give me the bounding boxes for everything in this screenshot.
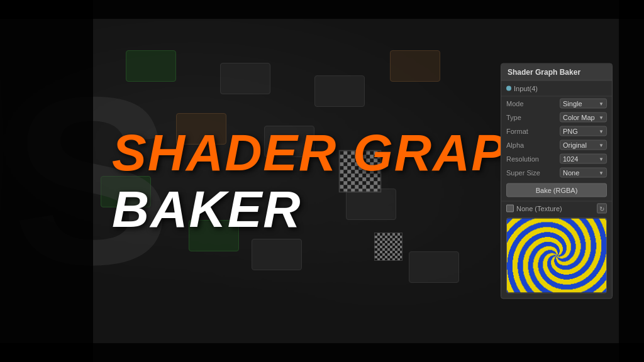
top-letterbox [0,0,644,19]
texture-preview [506,218,607,293]
mode-value: Single [563,100,582,107]
texture-icon [506,205,514,212]
texture-row: None (Texture) ↻ [501,201,612,216]
supersize-label: Super Size [506,169,541,177]
supersize-value: None [563,169,579,177]
right-letterbox [619,0,644,362]
type-row: Type Color Map ▼ [501,111,612,124]
input-label: Input(4) [514,85,538,92]
alpha-value: Original [563,141,587,149]
format-label: Format [506,128,541,135]
supersize-dropdown[interactable]: None ▼ [560,168,607,178]
input-dot [506,86,511,91]
resolution-dropdown-arrow: ▼ [599,156,604,162]
shader-graph-baker-panel: Shader Graph Baker Input(4) Mode Single … [501,63,613,299]
format-dropdown-arrow: ▼ [599,128,604,134]
resolution-row: Resolution 1024 ▼ [501,152,612,166]
resolution-value: 1024 [563,155,578,163]
mode-dropdown[interactable]: Single ▼ [560,99,607,109]
texture-label: None (Texture) [516,205,562,212]
swirl-canvas [507,219,606,293]
panel-title: Shader Graph Baker [508,68,580,77]
bake-button[interactable]: Bake (RGBA) [506,184,607,197]
resolution-dropdown[interactable]: 1024 ▼ [560,154,607,164]
panel-input-section: Input(4) [501,81,612,97]
type-dropdown-arrow: ▼ [599,114,604,120]
mode-dropdown-arrow: ▼ [599,101,604,106]
bottom-letterbox [0,343,644,362]
alpha-dropdown[interactable]: Original ▼ [560,140,607,150]
texture-reload-button[interactable]: ↻ [597,204,607,214]
type-value: Color Map [563,114,595,121]
alpha-row: Alpha Original ▼ [501,138,612,152]
alpha-dropdown-arrow: ▼ [599,142,604,148]
type-label: Type [506,114,541,121]
format-row: Format PNG ▼ [501,124,612,138]
left-letterbox [0,0,93,362]
supersize-row: Super Size None ▼ [501,166,612,180]
resolution-label: Resolution [506,155,541,163]
supersize-dropdown-arrow: ▼ [599,170,604,175]
texture-label-group: None (Texture) [506,205,562,212]
format-value: PNG [563,128,578,135]
type-dropdown[interactable]: Color Map ▼ [560,112,607,123]
alpha-label: Alpha [506,141,541,149]
input-row: Input(4) [506,84,607,94]
format-dropdown[interactable]: PNG ▼ [560,126,607,136]
mode-label: Mode [506,100,541,107]
mode-row: Mode Single ▼ [501,97,612,111]
panel-header: Shader Graph Baker [501,64,612,81]
